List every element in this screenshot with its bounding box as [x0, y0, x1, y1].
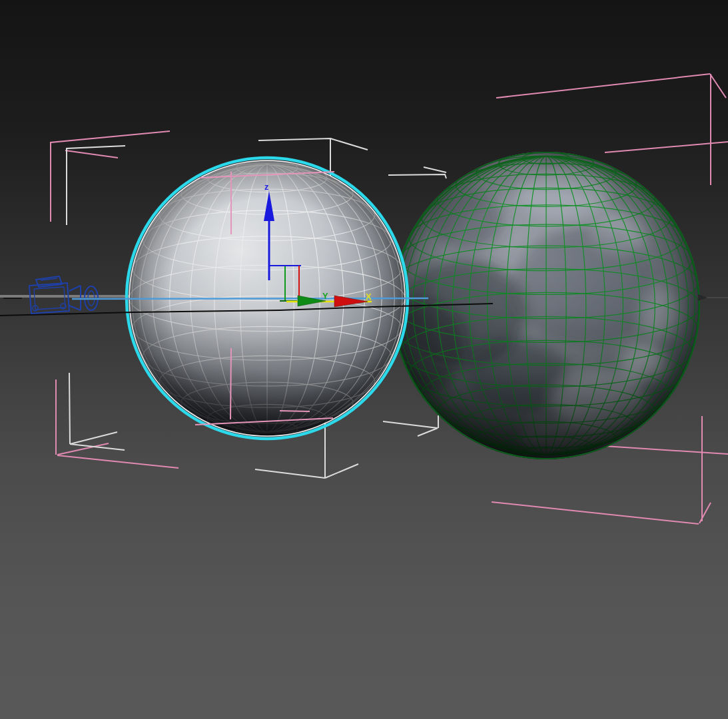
gizmo-z-label: z	[264, 182, 269, 192]
pink-edge-vertical-lower[interactable]	[230, 348, 231, 419]
camera-target-line	[72, 298, 428, 299]
gizmo-x-label: X	[366, 292, 372, 302]
viewport[interactable]: z Y X	[0, 0, 728, 719]
viewport-scene[interactable]: z Y X	[0, 0, 728, 719]
gizmo-y-label: Y	[322, 291, 328, 301]
white-box-bottom-left-vertical[interactable]	[69, 373, 70, 444]
pink-edge-mid[interactable]	[280, 411, 310, 411]
